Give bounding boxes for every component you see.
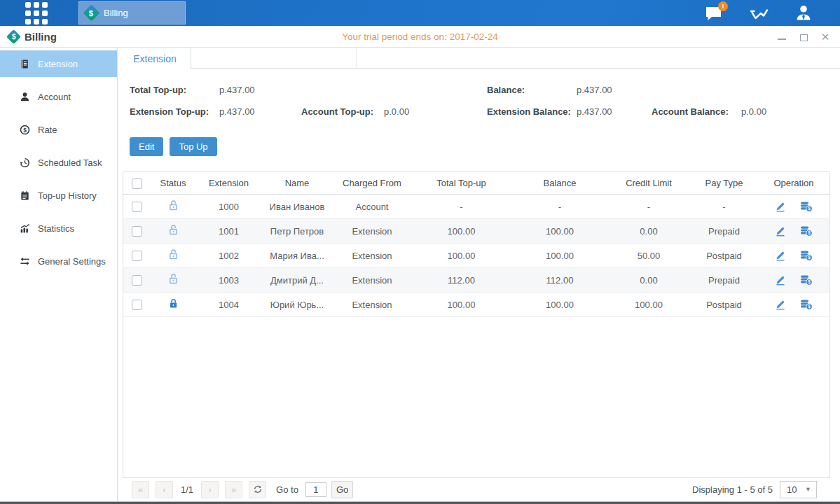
cell-total-topup: - [412,202,511,212]
line-chart-icon[interactable] [749,4,769,22]
sidebar-item-topup-history[interactable]: Top-up History [0,182,117,209]
page-size-select[interactable]: 10 ▼ [780,481,817,498]
cell-total-topup: 100.00 [412,300,511,310]
cell-pay-type: Postpaid [689,300,759,310]
topup-coins-icon[interactable]: $ [800,299,813,310]
edit-pencil-icon[interactable] [775,225,786,237]
balance-summary: Total Top-up: p.437.00 Balance: p.437.00… [118,84,840,134]
topup-coins-icon[interactable]: $ [800,201,813,212]
edit-button[interactable]: Edit [130,137,163,156]
svg-text:$: $ [808,279,811,285]
top-up-button[interactable]: Top Up [170,137,216,156]
window-title-bar: $ Billing Your trial period ends on: 201… [0,26,840,48]
taskbar-tab-label: Billing [104,8,128,18]
cell-extension: 1000 [195,202,262,212]
cell-pay-type: - [689,202,759,212]
sidebar-item-label: Top-up History [38,190,97,201]
table-row: 1002 Мария Ива... Extension 100.00 100.0… [123,244,829,268]
table-body: 1000 Иван Иванов Account - - - - $ 1001 … [123,195,829,317]
account-topup-label: Account Top-up: [301,106,373,118]
tab-strip-filler [191,48,840,69]
dollar-circle-icon: $ [20,125,30,135]
sidebar-item-scheduled-task[interactable]: Scheduled Task [0,149,117,176]
column-header-pay-type: Pay Type [689,178,759,188]
svg-text:$: $ [808,255,811,260]
table-row: 1004 Юрий Юрь... Extension 100.00 100.00… [123,293,829,317]
messages-icon[interactable]: ! [704,4,724,22]
minimize-icon[interactable] [777,32,787,42]
sidebar-item-label: Account [38,92,71,102]
user-icon [20,92,30,102]
tab-extension[interactable]: Extension [119,48,191,69]
row-checkbox[interactable] [132,226,142,237]
svg-text:$: $ [808,230,811,236]
billing-diamond-icon: $ [83,4,99,21]
page-indicator: 1/1 [181,484,193,495]
sidebar-item-account[interactable]: Account [0,83,117,110]
cell-charged-from: Extension [332,300,412,310]
unlocked-icon [167,252,179,262]
cell-charged-from: Extension [332,275,412,286]
row-checkbox[interactable] [132,251,142,261]
row-checkbox[interactable] [132,202,142,212]
sidebar-item-extension[interactable]: Extension [0,50,117,77]
sidebar-item-general-settings[interactable]: General Settings [0,248,117,274]
cell-credit-limit: 0.00 [609,275,689,286]
edit-pencil-icon[interactable] [775,299,786,310]
first-page-icon[interactable]: « [132,481,149,498]
cell-extension: 1001 [195,226,262,237]
extension-topup-label: Extension Top-up: [130,106,209,118]
unlocked-icon [167,203,179,214]
refresh-icon[interactable] [249,481,266,498]
apps-grid-icon[interactable] [25,2,48,24]
cell-name: Иван Иванов [262,202,332,212]
sidebar-item-statistics[interactable]: Statistics [0,215,117,241]
topup-coins-icon[interactable]: $ [800,250,813,261]
column-header-charged-from: Charged From [332,178,412,188]
svg-text:$: $ [23,126,27,133]
next-page-icon[interactable]: › [201,481,219,498]
previous-page-icon[interactable]: ‹ [156,481,173,498]
go-button[interactable]: Go [331,481,353,498]
sidebar-item-rate[interactable]: $ Rate [0,116,117,143]
account-topup-value: p.0.00 [384,106,409,118]
sidebar-item-label: Statistics [38,223,74,234]
extension-balance-value: p.437.00 [577,106,612,118]
topup-coins-icon[interactable]: $ [800,225,813,237]
balance-value: p.437.00 [577,84,612,97]
close-icon[interactable]: ✕ [820,32,830,42]
notepad-icon [20,190,30,201]
column-header-name: Name [262,178,332,188]
go-to-label: Go to [276,484,298,495]
total-topup-label: Total Top-up: [130,84,186,97]
history-clock-icon [20,158,30,168]
extension-balance-label: Extension Balance: [487,106,571,118]
go-to-page-input[interactable] [305,482,326,497]
app-window: $ Billing ! $ [0,0,840,504]
cell-charged-from: Extension [332,251,412,261]
select-all-checkbox[interactable] [132,178,142,189]
cell-credit-limit: - [609,202,689,212]
tab-strip-divider [356,48,357,69]
column-header-credit-limit: Credit Limit [609,178,689,188]
row-checkbox[interactable] [132,275,142,286]
edit-pencil-icon[interactable] [775,201,786,212]
maximize-icon[interactable] [799,32,808,42]
cell-balance: 100.00 [511,251,609,261]
cell-total-topup: 112.00 [412,275,511,286]
column-header-balance: Balance [511,178,609,188]
user-account-icon[interactable] [794,4,813,22]
edit-pencil-icon[interactable] [775,274,786,286]
row-checkbox[interactable] [132,300,142,310]
edit-pencil-icon[interactable] [775,250,786,261]
svg-text:$: $ [808,206,811,211]
cell-balance: - [511,202,609,212]
cell-name: Дмитрий Д... [262,275,332,286]
last-page-icon[interactable]: » [225,481,242,498]
page-size-value: 10 [787,484,797,495]
table-row: 1001 Петр Петров Extension 100.00 100.00… [123,219,829,244]
taskbar-tab-billing[interactable]: $ Billing [78,1,186,24]
balance-label: Balance: [487,84,525,97]
topup-coins-icon[interactable]: $ [800,274,813,286]
sidebar: Extension Account $ Rate Scheduled Task … [0,48,118,501]
